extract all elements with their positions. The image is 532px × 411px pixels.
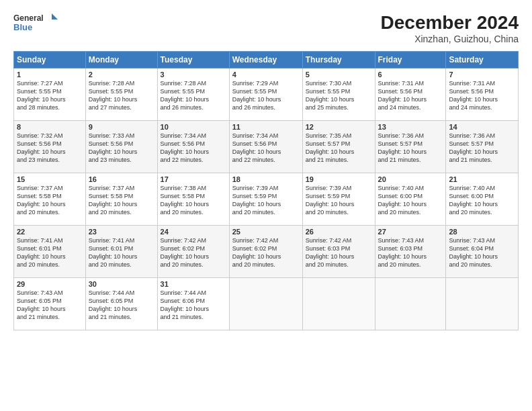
- day-number: 2: [89, 71, 154, 79]
- table-row: 9Sunrise: 7:33 AM Sunset: 5:56 PM Daylig…: [85, 121, 157, 173]
- cell-detail: Sunrise: 7:38 AM Sunset: 5:58 PM Dayligh…: [161, 184, 226, 217]
- day-number: 5: [306, 71, 372, 79]
- day-number: 30: [89, 280, 154, 288]
- cell-detail: Sunrise: 7:34 AM Sunset: 5:56 PM Dayligh…: [232, 132, 300, 165]
- day-number: 18: [232, 175, 300, 183]
- day-number: 15: [17, 175, 83, 183]
- logo-svg: General Blue: [13, 12, 60, 32]
- calendar-table: Sunday Monday Tuesday Wednesday Thursday…: [13, 51, 519, 330]
- cell-detail: Sunrise: 7:41 AM Sunset: 6:01 PM Dayligh…: [17, 236, 83, 269]
- table-row: 27Sunrise: 7:43 AM Sunset: 6:03 PM Dayli…: [375, 226, 446, 278]
- day-number: 20: [378, 175, 443, 183]
- col-tuesday: Tuesday: [157, 52, 229, 68]
- day-number: 25: [232, 228, 300, 236]
- cell-detail: Sunrise: 7:39 AM Sunset: 5:59 PM Dayligh…: [306, 184, 372, 217]
- col-sunday: Sunday: [14, 52, 86, 68]
- day-number: 24: [161, 228, 226, 236]
- cell-detail: Sunrise: 7:41 AM Sunset: 6:01 PM Dayligh…: [89, 236, 154, 269]
- table-row: 21Sunrise: 7:40 AM Sunset: 6:00 PM Dayli…: [446, 173, 519, 226]
- cell-detail: Sunrise: 7:42 AM Sunset: 6:02 PM Dayligh…: [232, 236, 300, 269]
- calendar-week-row: 15Sunrise: 7:37 AM Sunset: 5:58 PM Dayli…: [14, 173, 519, 226]
- subtitle: Xinzhan, Guizhou, China: [381, 34, 519, 44]
- day-number: 6: [378, 71, 443, 79]
- table-row: 8Sunrise: 7:32 AM Sunset: 5:56 PM Daylig…: [14, 121, 86, 173]
- table-row: 15Sunrise: 7:37 AM Sunset: 5:58 PM Dayli…: [14, 173, 86, 226]
- day-number: 10: [161, 123, 226, 131]
- cell-detail: Sunrise: 7:42 AM Sunset: 6:02 PM Dayligh…: [161, 236, 226, 269]
- day-number: 22: [17, 228, 83, 236]
- calendar-week-row: 8Sunrise: 7:32 AM Sunset: 5:56 PM Daylig…: [14, 121, 519, 173]
- table-row: 18Sunrise: 7:39 AM Sunset: 5:59 PM Dayli…: [229, 173, 302, 226]
- col-thursday: Thursday: [302, 52, 375, 68]
- day-number: 29: [17, 280, 83, 288]
- calendar-week-row: 1Sunrise: 7:27 AM Sunset: 5:55 PM Daylig…: [14, 68, 519, 121]
- cell-detail: Sunrise: 7:43 AM Sunset: 6:05 PM Dayligh…: [17, 289, 83, 322]
- cell-detail: Sunrise: 7:34 AM Sunset: 5:56 PM Dayligh…: [161, 132, 226, 165]
- day-number: 23: [89, 228, 154, 236]
- day-number: 8: [17, 123, 83, 131]
- cell-detail: Sunrise: 7:29 AM Sunset: 5:55 PM Dayligh…: [232, 79, 300, 112]
- cell-detail: Sunrise: 7:28 AM Sunset: 5:55 PM Dayligh…: [161, 79, 226, 112]
- day-number: 21: [449, 175, 515, 183]
- table-row: 13Sunrise: 7:36 AM Sunset: 5:57 PM Dayli…: [375, 121, 446, 173]
- page: General Blue December 2024 Xinzhan, Guiz…: [0, 0, 532, 411]
- cell-detail: Sunrise: 7:32 AM Sunset: 5:56 PM Dayligh…: [17, 132, 83, 165]
- table-row: 22Sunrise: 7:41 AM Sunset: 6:01 PM Dayli…: [14, 226, 86, 278]
- cell-detail: Sunrise: 7:42 AM Sunset: 6:03 PM Dayligh…: [306, 236, 372, 269]
- table-row: 14Sunrise: 7:36 AM Sunset: 5:57 PM Dayli…: [446, 121, 519, 173]
- cell-detail: Sunrise: 7:36 AM Sunset: 5:57 PM Dayligh…: [449, 132, 515, 165]
- table-row: 23Sunrise: 7:41 AM Sunset: 6:01 PM Dayli…: [85, 226, 157, 278]
- cell-detail: Sunrise: 7:31 AM Sunset: 5:56 PM Dayligh…: [449, 79, 515, 112]
- day-number: 1: [17, 71, 83, 79]
- table-row: [375, 278, 446, 330]
- day-number: 3: [161, 71, 226, 79]
- table-row: 11Sunrise: 7:34 AM Sunset: 5:56 PM Dayli…: [229, 121, 302, 173]
- table-row: 19Sunrise: 7:39 AM Sunset: 5:59 PM Dayli…: [302, 173, 375, 226]
- table-row: 6Sunrise: 7:31 AM Sunset: 5:56 PM Daylig…: [375, 68, 446, 121]
- cell-detail: Sunrise: 7:30 AM Sunset: 5:55 PM Dayligh…: [306, 79, 372, 112]
- day-number: 28: [449, 228, 515, 236]
- table-row: 16Sunrise: 7:37 AM Sunset: 5:58 PM Dayli…: [85, 173, 157, 226]
- cell-detail: Sunrise: 7:35 AM Sunset: 5:57 PM Dayligh…: [306, 132, 372, 165]
- table-row: 10Sunrise: 7:34 AM Sunset: 5:56 PM Dayli…: [157, 121, 229, 173]
- table-row: 20Sunrise: 7:40 AM Sunset: 6:00 PM Dayli…: [375, 173, 446, 226]
- cell-detail: Sunrise: 7:43 AM Sunset: 6:04 PM Dayligh…: [449, 236, 515, 269]
- cell-detail: Sunrise: 7:44 AM Sunset: 6:05 PM Dayligh…: [89, 289, 154, 322]
- svg-text:Blue: Blue: [13, 22, 32, 32]
- cell-detail: Sunrise: 7:28 AM Sunset: 5:55 PM Dayligh…: [89, 79, 154, 112]
- cell-detail: Sunrise: 7:44 AM Sunset: 6:06 PM Dayligh…: [161, 289, 226, 322]
- title-block: December 2024 Xinzhan, Guizhou, China: [381, 12, 519, 44]
- table-row: 3Sunrise: 7:28 AM Sunset: 5:55 PM Daylig…: [157, 68, 229, 121]
- cell-detail: Sunrise: 7:33 AM Sunset: 5:56 PM Dayligh…: [89, 132, 154, 165]
- table-row: 30Sunrise: 7:44 AM Sunset: 6:05 PM Dayli…: [85, 278, 157, 330]
- table-row: 17Sunrise: 7:38 AM Sunset: 5:58 PM Dayli…: [157, 173, 229, 226]
- col-friday: Friday: [375, 52, 446, 68]
- table-row: 12Sunrise: 7:35 AM Sunset: 5:57 PM Dayli…: [302, 121, 375, 173]
- calendar-week-row: 22Sunrise: 7:41 AM Sunset: 6:01 PM Dayli…: [14, 226, 519, 278]
- day-number: 16: [89, 175, 154, 183]
- cell-detail: Sunrise: 7:27 AM Sunset: 5:55 PM Dayligh…: [17, 79, 83, 112]
- table-row: [229, 278, 302, 330]
- table-row: 25Sunrise: 7:42 AM Sunset: 6:02 PM Dayli…: [229, 226, 302, 278]
- cell-detail: Sunrise: 7:40 AM Sunset: 6:00 PM Dayligh…: [449, 184, 515, 217]
- day-number: 9: [89, 123, 154, 131]
- day-number: 12: [306, 123, 372, 131]
- day-number: 11: [232, 123, 300, 131]
- table-row: 7Sunrise: 7:31 AM Sunset: 5:56 PM Daylig…: [446, 68, 519, 121]
- table-row: 2Sunrise: 7:28 AM Sunset: 5:55 PM Daylig…: [85, 68, 157, 121]
- col-saturday: Saturday: [446, 52, 519, 68]
- cell-detail: Sunrise: 7:39 AM Sunset: 5:59 PM Dayligh…: [232, 184, 300, 217]
- table-row: [302, 278, 375, 330]
- logo: General Blue: [13, 12, 60, 32]
- calendar-week-row: 29Sunrise: 7:43 AM Sunset: 6:05 PM Dayli…: [14, 278, 519, 330]
- cell-detail: Sunrise: 7:36 AM Sunset: 5:57 PM Dayligh…: [378, 132, 443, 165]
- day-number: 14: [449, 123, 515, 131]
- col-monday: Monday: [85, 52, 157, 68]
- svg-marker-2: [52, 13, 58, 19]
- table-row: 28Sunrise: 7:43 AM Sunset: 6:04 PM Dayli…: [446, 226, 519, 278]
- day-number: 4: [232, 71, 300, 79]
- calendar-header-row: Sunday Monday Tuesday Wednesday Thursday…: [14, 52, 519, 68]
- day-number: 26: [306, 228, 372, 236]
- day-number: 27: [378, 228, 443, 236]
- table-row: 1Sunrise: 7:27 AM Sunset: 5:55 PM Daylig…: [14, 68, 86, 121]
